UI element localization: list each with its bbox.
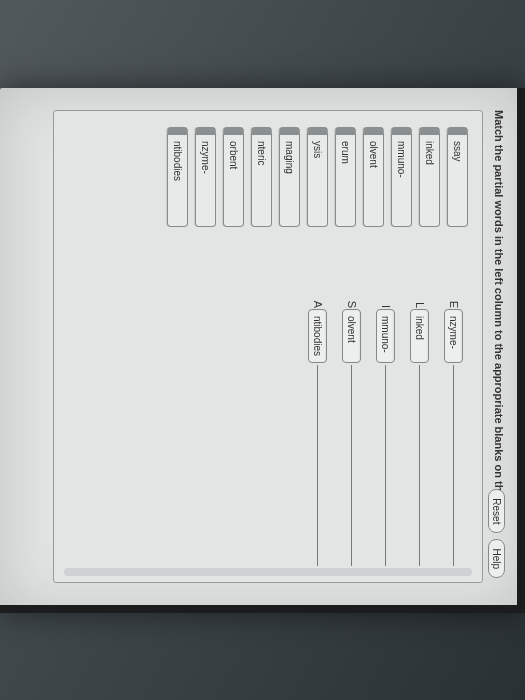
left-word-column: ssay inked mmuno- olvent erum ysis magin… — [68, 127, 468, 227]
bezel-right — [0, 605, 525, 613]
content-area: Match the partial words in the left colu… — [30, 110, 505, 583]
target-row: E nzyme- — [442, 297, 466, 566]
drop-slot[interactable]: inked — [411, 309, 430, 363]
word-item[interactable]: ntibodies — [167, 127, 188, 227]
scrollbar-rail[interactable] — [64, 568, 472, 576]
underline — [352, 365, 353, 566]
word-item[interactable]: inked — [419, 127, 440, 227]
underline — [454, 365, 455, 566]
prefix-letter: S — [346, 297, 358, 309]
prefix-letter: E — [448, 297, 460, 309]
word-item[interactable]: maging — [279, 127, 300, 227]
help-button[interactable]: Help — [488, 539, 505, 578]
word-item[interactable]: mmuno- — [391, 127, 412, 227]
bezel-top — [517, 88, 525, 613]
target-row: L inked — [408, 297, 432, 566]
columns: ssay inked mmuno- olvent erum ysis magin… — [68, 127, 468, 566]
target-row: A ntibodies — [306, 297, 330, 566]
top-controls: Reset Help — [488, 489, 505, 578]
drop-slot[interactable]: mmuno- — [377, 309, 396, 363]
word-item[interactable]: nzyme- — [195, 127, 216, 227]
word-item[interactable]: ysis — [307, 127, 328, 227]
word-item[interactable]: erum — [335, 127, 356, 227]
drop-slot[interactable]: ntibodies — [309, 309, 328, 363]
photo-background: Match the partial words in the left colu… — [0, 0, 525, 700]
underline — [318, 365, 319, 566]
screen-surface: Match the partial words in the left colu… — [0, 88, 525, 613]
underline — [386, 365, 387, 566]
target-row: I mmuno- — [374, 297, 398, 566]
drop-slot[interactable]: nzyme- — [445, 309, 464, 363]
word-item[interactable]: olvent — [363, 127, 384, 227]
word-item[interactable]: nteric — [251, 127, 272, 227]
word-item[interactable]: ssay — [447, 127, 468, 227]
target-row: S olvent — [340, 297, 364, 566]
prefix-letter: I — [380, 297, 392, 309]
underline — [420, 365, 421, 566]
prefix-letter: L — [414, 297, 426, 309]
word-item[interactable]: orbent — [223, 127, 244, 227]
work-area: ssay inked mmuno- olvent erum ysis magin… — [53, 110, 483, 583]
prefix-letter: A — [312, 297, 324, 309]
reset-button[interactable]: Reset — [488, 489, 505, 533]
right-target-column: E nzyme- L inked I mmuno- — [68, 297, 468, 566]
drop-slot[interactable]: olvent — [343, 309, 362, 363]
